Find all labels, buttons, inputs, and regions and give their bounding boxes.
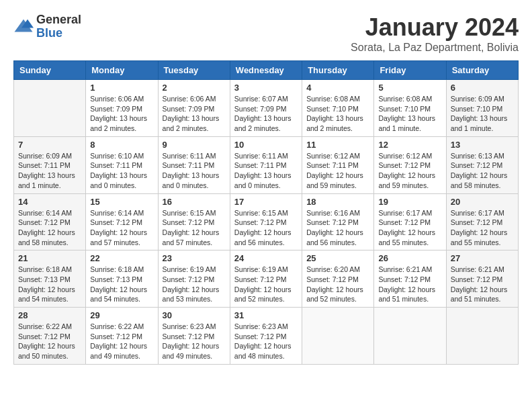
logo: General Blue [13,13,81,40]
day-info: Sunrise: 6:18 AM Sunset: 7:13 PM Dayligh… [90,265,153,304]
day-number: 27 [451,253,514,263]
day-number: 20 [451,197,514,207]
calendar-cell: 30Sunrise: 6:23 AM Sunset: 7:12 PM Dayli… [158,308,230,365]
calendar-cell: 8Sunrise: 6:10 AM Sunset: 7:11 PM Daylig… [86,136,158,193]
day-info: Sunrise: 6:09 AM Sunset: 7:10 PM Dayligh… [451,94,514,134]
day-info: Sunrise: 6:15 AM Sunset: 7:12 PM Dayligh… [163,208,226,248]
day-info: Sunrise: 6:07 AM Sunset: 7:09 PM Dayligh… [234,94,298,134]
day-number: 1 [90,83,153,93]
day-number: 15 [90,197,153,207]
header-wednesday: Wednesday [230,61,302,80]
day-number: 2 [163,83,226,93]
calendar-week-3: 14Sunrise: 6:14 AM Sunset: 7:12 PM Dayli… [14,193,519,250]
day-number: 4 [306,83,369,93]
day-info: Sunrise: 6:20 AM Sunset: 7:12 PM Dayligh… [306,265,369,304]
calendar-cell: 9Sunrise: 6:11 AM Sunset: 7:11 PM Daylig… [158,136,230,193]
calendar-cell: 5Sunrise: 6:08 AM Sunset: 7:10 PM Daylig… [374,80,446,137]
day-info: Sunrise: 6:15 AM Sunset: 7:12 PM Dayligh… [234,208,298,248]
calendar-cell: 20Sunrise: 6:17 AM Sunset: 7:12 PM Dayli… [446,193,518,250]
day-number: 23 [163,253,226,263]
calendar-table: SundayMondayTuesdayWednesdayThursdayFrid… [13,60,519,365]
calendar-week-5: 28Sunrise: 6:22 AM Sunset: 7:12 PM Dayli… [14,308,519,365]
day-number: 13 [451,140,514,150]
day-info: Sunrise: 6:17 AM Sunset: 7:12 PM Dayligh… [378,208,441,248]
day-info: Sunrise: 6:12 AM Sunset: 7:11 PM Dayligh… [306,151,369,191]
day-number: 16 [163,197,226,207]
day-number: 11 [306,140,369,150]
calendar-cell: 17Sunrise: 6:15 AM Sunset: 7:12 PM Dayli… [230,193,302,250]
logo-icon [13,17,34,37]
calendar-cell: 15Sunrise: 6:14 AM Sunset: 7:12 PM Dayli… [86,193,158,250]
day-number: 19 [378,197,441,207]
day-number: 24 [234,253,298,263]
calendar-cell [302,308,374,365]
day-info: Sunrise: 6:22 AM Sunset: 7:12 PM Dayligh… [18,322,81,361]
calendar-week-2: 7Sunrise: 6:09 AM Sunset: 7:11 PM Daylig… [14,136,519,193]
calendar-cell: 3Sunrise: 6:07 AM Sunset: 7:09 PM Daylig… [230,80,302,137]
day-number: 10 [234,140,298,150]
day-number: 8 [90,140,153,150]
calendar-cell: 6Sunrise: 6:09 AM Sunset: 7:10 PM Daylig… [446,80,518,137]
day-info: Sunrise: 6:21 AM Sunset: 7:12 PM Dayligh… [451,265,514,304]
day-info: Sunrise: 6:06 AM Sunset: 7:09 PM Dayligh… [163,94,226,134]
calendar-cell: 16Sunrise: 6:15 AM Sunset: 7:12 PM Dayli… [158,193,230,250]
day-info: Sunrise: 6:08 AM Sunset: 7:10 PM Dayligh… [306,94,369,134]
day-number: 28 [18,310,81,320]
day-info: Sunrise: 6:09 AM Sunset: 7:11 PM Dayligh… [18,151,81,191]
day-number: 30 [163,310,226,320]
calendar-cell: 29Sunrise: 6:22 AM Sunset: 7:12 PM Dayli… [86,308,158,365]
day-info: Sunrise: 6:16 AM Sunset: 7:12 PM Dayligh… [306,208,369,248]
header-monday: Monday [86,61,158,80]
day-info: Sunrise: 6:21 AM Sunset: 7:12 PM Dayligh… [378,265,441,304]
day-info: Sunrise: 6:11 AM Sunset: 7:11 PM Dayligh… [163,151,226,191]
calendar-cell: 12Sunrise: 6:12 AM Sunset: 7:12 PM Dayli… [374,136,446,193]
calendar-cell: 4Sunrise: 6:08 AM Sunset: 7:10 PM Daylig… [302,80,374,137]
day-number: 31 [234,310,298,320]
day-info: Sunrise: 6:10 AM Sunset: 7:11 PM Dayligh… [90,151,153,191]
calendar-cell: 13Sunrise: 6:13 AM Sunset: 7:12 PM Dayli… [446,136,518,193]
calendar-cell [446,308,518,365]
day-info: Sunrise: 6:19 AM Sunset: 7:12 PM Dayligh… [234,265,298,304]
calendar-cell [14,80,86,137]
calendar-cell: 26Sunrise: 6:21 AM Sunset: 7:12 PM Dayli… [374,250,446,308]
logo-blue: Blue [36,27,81,40]
title-area: January 2024 Sorata, La Paz Department, … [351,13,519,54]
month-title: January 2024 [351,13,519,42]
day-number: 7 [18,140,81,150]
calendar-cell: 25Sunrise: 6:20 AM Sunset: 7:12 PM Dayli… [302,250,374,308]
day-number: 26 [378,253,441,263]
page-header: General Blue January 2024 Sorata, La Paz… [13,13,519,54]
location-title: Sorata, La Paz Department, Bolivia [351,42,519,54]
calendar-cell: 2Sunrise: 6:06 AM Sunset: 7:09 PM Daylig… [158,80,230,137]
header-tuesday: Tuesday [158,61,230,80]
calendar-cell: 14Sunrise: 6:14 AM Sunset: 7:12 PM Dayli… [14,193,86,250]
day-info: Sunrise: 6:08 AM Sunset: 7:10 PM Dayligh… [378,94,441,134]
day-number: 29 [90,310,153,320]
day-number: 3 [234,83,298,93]
logo-general: General [36,13,81,27]
day-number: 18 [306,197,369,207]
calendar-cell: 23Sunrise: 6:19 AM Sunset: 7:12 PM Dayli… [158,250,230,308]
header-friday: Friday [374,61,446,80]
calendar-cell: 27Sunrise: 6:21 AM Sunset: 7:12 PM Dayli… [446,250,518,308]
calendar-cell: 1Sunrise: 6:06 AM Sunset: 7:09 PM Daylig… [86,80,158,137]
day-info: Sunrise: 6:13 AM Sunset: 7:12 PM Dayligh… [451,151,514,191]
day-info: Sunrise: 6:17 AM Sunset: 7:12 PM Dayligh… [451,208,514,248]
day-number: 14 [18,197,81,207]
day-number: 5 [378,83,441,93]
day-info: Sunrise: 6:11 AM Sunset: 7:11 PM Dayligh… [234,151,298,191]
day-info: Sunrise: 6:23 AM Sunset: 7:12 PM Dayligh… [234,322,298,361]
calendar-cell: 28Sunrise: 6:22 AM Sunset: 7:12 PM Dayli… [14,308,86,365]
calendar-week-4: 21Sunrise: 6:18 AM Sunset: 7:13 PM Dayli… [14,250,519,308]
calendar-body: 1Sunrise: 6:06 AM Sunset: 7:09 PM Daylig… [14,80,519,365]
header-saturday: Saturday [446,61,518,80]
calendar-cell: 11Sunrise: 6:12 AM Sunset: 7:11 PM Dayli… [302,136,374,193]
day-info: Sunrise: 6:12 AM Sunset: 7:12 PM Dayligh… [378,151,441,191]
day-info: Sunrise: 6:14 AM Sunset: 7:12 PM Dayligh… [18,208,81,248]
day-number: 6 [451,83,514,93]
day-info: Sunrise: 6:19 AM Sunset: 7:12 PM Dayligh… [163,265,226,304]
calendar-cell: 31Sunrise: 6:23 AM Sunset: 7:12 PM Dayli… [230,308,302,365]
header-thursday: Thursday [302,61,374,80]
calendar-cell: 21Sunrise: 6:18 AM Sunset: 7:13 PM Dayli… [14,250,86,308]
day-number: 17 [234,197,298,207]
